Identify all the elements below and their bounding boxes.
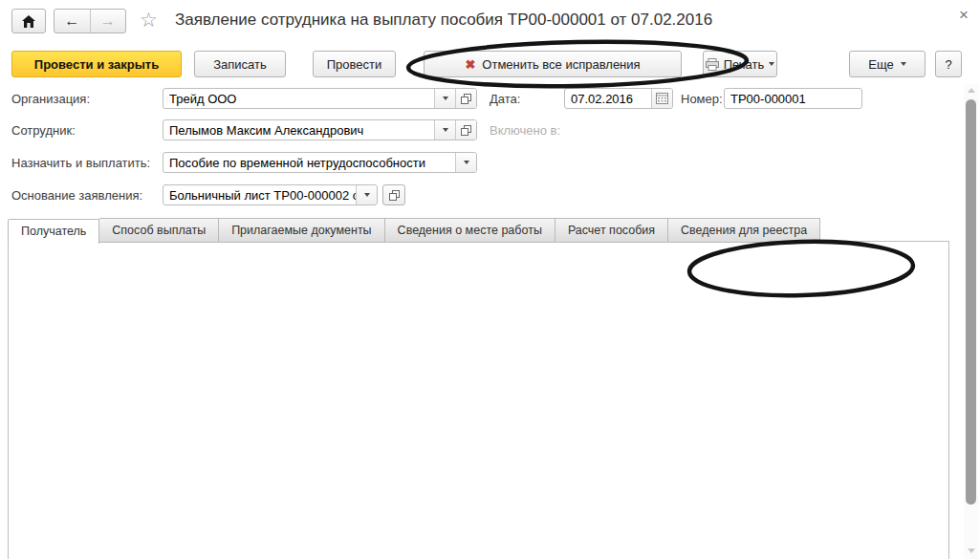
- scrollbar-thumb[interactable]: [966, 99, 976, 505]
- post-and-close-label: Провести и закрыть: [34, 57, 159, 72]
- post-and-close-button[interactable]: Провести и закрыть: [11, 51, 182, 77]
- organization-dropdown-button[interactable]: [434, 89, 455, 108]
- page-title: Заявление сотрудника на выплату пособия …: [175, 11, 712, 30]
- favorite-star-icon[interactable]: ☆: [140, 9, 158, 32]
- date-value: 07.02.2016: [565, 92, 651, 106]
- print-icon: [706, 58, 719, 71]
- help-button[interactable]: ?: [935, 51, 962, 77]
- tab-workplace-info[interactable]: Сведения о месте работы: [385, 218, 555, 243]
- chevron-down-icon: [443, 128, 448, 132]
- number-input[interactable]: ТР00-000001: [724, 88, 862, 109]
- assign-and-pay-input[interactable]: Пособие по временной нетрудоспособности: [163, 152, 477, 173]
- number-value: ТР00-000001: [725, 92, 861, 106]
- forward-icon[interactable]: →: [91, 13, 126, 29]
- date-input[interactable]: 07.02.2016: [564, 88, 673, 109]
- number-label: Номер:: [681, 92, 723, 106]
- red-x-icon: ✖: [465, 58, 475, 71]
- tab-payment-method[interactable]: Способ выплаты: [99, 218, 219, 243]
- application-basis-value: Больничный лист ТР00-000002 от: [163, 188, 356, 203]
- scroll-up-icon[interactable]: [968, 88, 975, 93]
- back-icon[interactable]: ←: [54, 13, 90, 29]
- open-icon: [461, 94, 471, 104]
- employee-value: Пелымов Максим Александрович: [163, 123, 434, 138]
- home-icon: [22, 15, 35, 28]
- open-icon: [389, 190, 400, 201]
- assign-and-pay-dropdown-button[interactable]: [455, 153, 476, 172]
- tab-attached-documents[interactable]: Прилагаемые документы: [219, 218, 384, 243]
- organization-input[interactable]: Трейд ООО: [163, 88, 477, 109]
- included-in-label: Включено в:: [490, 123, 560, 138]
- home-button[interactable]: [11, 9, 46, 33]
- assign-and-pay-value: Пособие по временной нетрудоспособности: [163, 156, 455, 170]
- application-basis-open-button[interactable]: [382, 184, 405, 205]
- post-label: Провести: [327, 57, 382, 72]
- cancel-all-edits-label: Отменить все исправления: [482, 57, 640, 72]
- open-icon: [461, 125, 471, 136]
- chevron-down-icon: [364, 193, 370, 197]
- post-button[interactable]: Провести: [313, 51, 396, 77]
- help-label: ?: [945, 57, 951, 72]
- application-window: ← → ☆ Заявление сотрудника на выплату по…: [0, 0, 980, 559]
- chevron-down-icon: [464, 161, 469, 164]
- print-button[interactable]: Печать: [703, 51, 777, 77]
- organization-open-button[interactable]: [455, 89, 476, 108]
- date-label: Дата:: [490, 92, 520, 106]
- assign-and-pay-label: Назначить и выплатить:: [11, 156, 150, 170]
- scroll-down-icon[interactable]: [968, 548, 975, 553]
- vertical-scrollbar[interactable]: [964, 84, 979, 559]
- chevron-down-icon: [769, 62, 774, 66]
- date-calendar-button[interactable]: [651, 89, 672, 108]
- tab-registry-info[interactable]: Сведения для реестра: [668, 218, 820, 243]
- employee-label: Сотрудник:: [11, 123, 76, 138]
- calendar-icon: [656, 93, 668, 104]
- tab-bar: Получатель Способ выплаты Прилагаемые до…: [8, 218, 820, 243]
- application-basis-dropdown-button[interactable]: [356, 185, 377, 204]
- organization-value: Трейд ООО: [163, 92, 434, 106]
- save-label: Записать: [213, 57, 267, 72]
- more-label: Еще: [868, 57, 893, 72]
- tab-benefit-calculation[interactable]: Расчет пособия: [555, 218, 668, 243]
- tab-recipient[interactable]: Получатель: [8, 219, 99, 244]
- application-basis-label: Основание заявления:: [11, 188, 142, 203]
- close-icon[interactable]: ×: [959, 6, 969, 25]
- chevron-down-icon: [901, 62, 906, 66]
- employee-open-button[interactable]: [455, 120, 476, 140]
- application-basis-input[interactable]: Больничный лист ТР00-000002 от: [163, 184, 378, 205]
- chevron-down-icon: [443, 97, 448, 100]
- more-button[interactable]: Еще: [849, 51, 926, 77]
- print-label: Печать: [724, 57, 765, 72]
- recipient-tab-panel: [8, 241, 949, 559]
- employee-dropdown-button[interactable]: [434, 120, 455, 140]
- nav-button-group: ← →: [54, 9, 126, 33]
- cancel-all-edits-button[interactable]: ✖ Отменить все исправления: [424, 51, 682, 77]
- employee-input[interactable]: Пелымов Максим Александрович: [163, 119, 477, 140]
- save-button[interactable]: Записать: [194, 51, 286, 77]
- organization-label: Организация:: [11, 92, 90, 106]
